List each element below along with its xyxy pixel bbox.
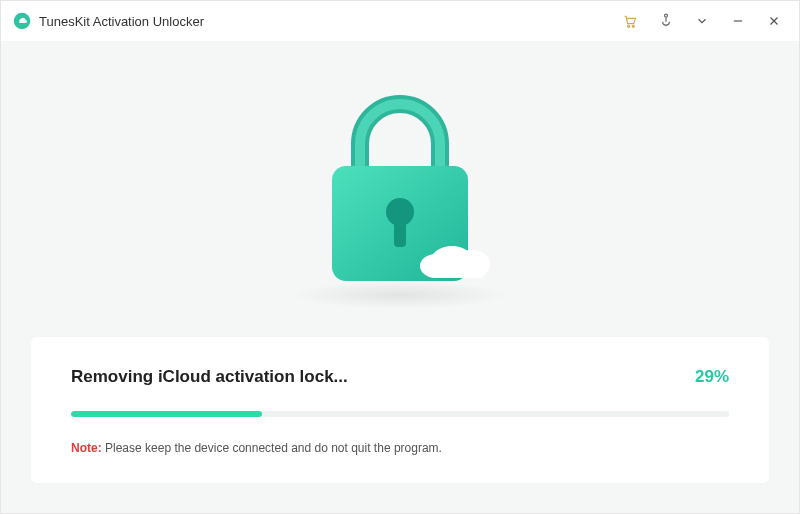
illustration-area	[31, 41, 769, 337]
close-button[interactable]	[757, 6, 791, 36]
progress-bar	[71, 411, 729, 417]
illustration-shadow	[290, 281, 510, 309]
svg-rect-9	[394, 219, 406, 247]
progress-header: Removing iCloud activation lock... 29%	[71, 367, 729, 387]
note-label: Note:	[71, 441, 102, 455]
titlebar-left: TunesKit Activation Unlocker	[13, 12, 204, 30]
help-icon	[658, 13, 674, 29]
dropdown-button[interactable]	[685, 6, 719, 36]
note-text: Please keep the device connected and do …	[102, 441, 442, 455]
svg-rect-13	[428, 264, 486, 278]
content-area: Removing iCloud activation lock... 29% N…	[1, 41, 799, 513]
help-button[interactable]	[649, 6, 683, 36]
cart-icon	[622, 13, 638, 29]
app-logo-icon	[13, 12, 31, 30]
minimize-button[interactable]	[721, 6, 755, 36]
svg-point-3	[665, 14, 668, 17]
titlebar-controls	[613, 6, 791, 36]
svg-point-2	[632, 25, 634, 27]
app-title: TunesKit Activation Unlocker	[39, 14, 204, 29]
cart-button[interactable]	[613, 6, 647, 36]
titlebar: TunesKit Activation Unlocker	[1, 1, 799, 41]
progress-percent: 29%	[695, 367, 729, 387]
progress-card: Removing iCloud activation lock... 29% N…	[31, 337, 769, 483]
progress-title: Removing iCloud activation lock...	[71, 367, 348, 387]
progress-bar-fill	[71, 411, 262, 417]
note-line: Note: Please keep the device connected a…	[71, 441, 729, 455]
lock-cloud-illustration	[300, 84, 500, 294]
close-icon	[767, 14, 781, 28]
chevron-down-icon	[695, 14, 709, 28]
minimize-icon	[731, 14, 745, 28]
svg-point-1	[628, 25, 630, 27]
